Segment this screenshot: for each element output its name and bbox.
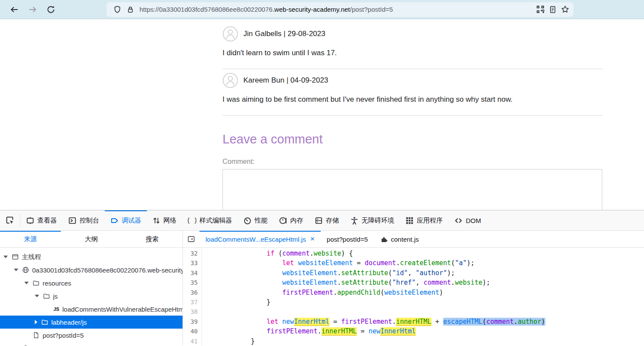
shield-icon[interactable] [111, 3, 124, 16]
comment-body-text: I didn't learn to swim until I was 17. [222, 49, 602, 57]
panel-tab-sources[interactable]: 来源 [0, 231, 61, 247]
tree-item[interactable]: JSloadCommentsWithVulnerableEscapeHtml.j… [0, 303, 183, 316]
tree-item[interactable]: post?postId=5 [0, 329, 183, 342]
devtools-tab-console[interactable]: 控制台 [63, 210, 105, 230]
url-bar[interactable]: https://0a33001d03fcd5768086ee8c00220076… [106, 2, 574, 17]
code-line[interactable]: websiteElement.setAttribute("id", "autho… [219, 268, 644, 278]
code-line[interactable]: if (comment.website) { [219, 249, 644, 258]
collapse-sidebar-icon [187, 235, 195, 243]
devtools-tab-application[interactable]: 应用程序 [400, 210, 448, 230]
url-path: /post?postId=5 [350, 6, 393, 13]
code-line[interactable]: websiteElement.setAttribute("href", comm… [219, 278, 644, 287]
code-lines[interactable]: if (comment.website) { let websiteElemen… [202, 248, 644, 346]
devtools-tab-network[interactable]: 网络 [147, 210, 182, 230]
caret-down-icon[interactable] [3, 256, 8, 258]
caret-down-icon[interactable] [35, 295, 39, 297]
caret-right-icon[interactable] [35, 320, 37, 324]
folder-icon [33, 279, 40, 286]
line-number[interactable]: 36 [183, 288, 202, 297]
devtools-tab-label: 查看器 [37, 216, 57, 225]
comment-divider [222, 69, 602, 69]
tree-item[interactable]: js [0, 289, 183, 303]
comments-list: Jin Galbells | 29-08-2023I didn't learn … [222, 26, 602, 116]
close-tab-icon[interactable]: × [310, 235, 315, 243]
tree-item[interactable]: 0a33001d03fcd5768086ee8c00220076.web-sec… [0, 263, 183, 276]
comment-textarea[interactable] [222, 169, 602, 210]
caret-down-icon[interactable] [14, 269, 18, 271]
url-scheme: https://0a33001d03fcd5768086ee8c00220076 [139, 6, 272, 13]
bookmark-star-icon[interactable] [561, 5, 569, 13]
devtools-tab-debugger[interactable]: 调试器 [105, 210, 147, 230]
reload-button[interactable] [43, 2, 59, 17]
tree-item[interactable] [0, 342, 183, 346]
file-tab-loadcomments[interactable]: loadCommentsW...eEscapeHtml.js× [199, 231, 321, 247]
caret-down-icon[interactable] [24, 282, 29, 284]
line-number[interactable]: 41 [183, 336, 202, 346]
svg-text:{ }: { } [188, 217, 196, 224]
panel-tab-search[interactable]: 搜索 [122, 231, 183, 247]
file-tab-label: content.js [391, 236, 419, 243]
qr-grid-icon[interactable] [536, 5, 544, 13]
devtools-tab-label: 调试器 [122, 216, 141, 225]
selected-text: author [518, 318, 541, 326]
tree-item[interactable]: 主线程 [0, 250, 183, 263]
comment-author-date: Kareem Bun | 04-09-2023 [243, 76, 328, 85]
collapse-sidebar-button[interactable] [183, 231, 199, 247]
search-match: innerHTML [396, 318, 431, 326]
storage-icon [315, 216, 323, 225]
code-line[interactable]: } [219, 297, 644, 307]
code-line[interactable]: let newInnerHtml = firstPElement.innerHT… [219, 317, 644, 326]
file-tab-label: loadCommentsW...eEscapeHtml.js [206, 236, 306, 243]
line-number-gutter[interactable]: 32333435363738394041 [183, 248, 202, 346]
line-number[interactable]: 33 [183, 258, 202, 268]
line-number[interactable]: 39 [183, 317, 202, 326]
leave-comment-heading: Leave a comment [222, 132, 602, 146]
selected-text: escapeHTML [443, 318, 482, 326]
tree-item-label: resources [43, 279, 71, 287]
code-line[interactable]: firstPElement.innerHTML = newInnerHtml [219, 326, 644, 336]
line-number[interactable]: 40 [183, 326, 202, 336]
code-line[interactable]: let websiteElement = document.createElem… [219, 258, 644, 268]
comment-header: Kareem Bun | 04-09-2023 [222, 73, 602, 88]
lock-icon[interactable] [124, 3, 137, 16]
globe-icon [22, 266, 29, 273]
tree-item-label: js [53, 293, 58, 300]
line-number[interactable]: 38 [183, 307, 202, 316]
devtools-tab-label: 内存 [290, 216, 303, 225]
devtools-tab-storage[interactable]: 存储 [309, 210, 345, 230]
file-tab-label: post?postId=5 [327, 236, 368, 243]
devtools-tab-performance[interactable]: 性能 [238, 210, 273, 230]
element-picker-button[interactable] [0, 210, 20, 230]
tree-item[interactable]: resources [0, 276, 183, 289]
extension-puzzle-icon [380, 236, 388, 243]
devtools-tab-memory[interactable]: 内存 [273, 210, 309, 230]
code-editor[interactable]: 32333435363738394041 if (comment.website… [183, 248, 644, 346]
file-tab-contentjs[interactable]: content.js [374, 231, 425, 247]
file-icon [33, 332, 40, 339]
code-line[interactable]: firstPElement.appendChild(websiteElement… [219, 288, 644, 297]
tree-item[interactable]: labheader/js [0, 316, 183, 329]
code-line[interactable] [219, 307, 644, 316]
accessibility-icon [350, 216, 359, 225]
reader-mode-icon[interactable] [549, 6, 557, 13]
devtools-tab-style-editor[interactable]: { }样式编辑器 [182, 210, 238, 230]
globe-icon [22, 345, 29, 346]
devtools-tab-inspector[interactable]: 查看器 [20, 210, 63, 230]
panel-tab-outline[interactable]: 大纲 [61, 231, 122, 247]
devtools-tabs: 查看器控制台调试器网络{ }样式编辑器性能内存存储无障碍环境应用程序DOM [20, 210, 487, 230]
line-number[interactable]: 32 [183, 249, 202, 258]
back-button[interactable] [7, 2, 22, 17]
line-number[interactable]: 35 [183, 278, 202, 287]
url-text: https://0a33001d03fcd5768086ee8c00220076… [139, 6, 536, 13]
devtools-tab-dom[interactable]: DOM [448, 210, 487, 230]
devtools-tab-label: 样式编辑器 [199, 216, 232, 225]
line-number[interactable]: 34 [183, 268, 202, 278]
code-line[interactable]: } [219, 336, 644, 346]
file-tab-post[interactable]: post?postId=5 [321, 231, 374, 247]
devtools-panel: 查看器控制台调试器网络{ }样式编辑器性能内存存储无障碍环境应用程序DOM 来源… [0, 210, 644, 346]
devtools-tab-accessibility[interactable]: 无障碍环境 [345, 210, 400, 230]
forward-button[interactable] [25, 2, 40, 17]
back-arrow-icon [10, 5, 19, 14]
line-number[interactable]: 37 [183, 297, 202, 307]
url-host: .web-security-academy.net [272, 6, 350, 13]
